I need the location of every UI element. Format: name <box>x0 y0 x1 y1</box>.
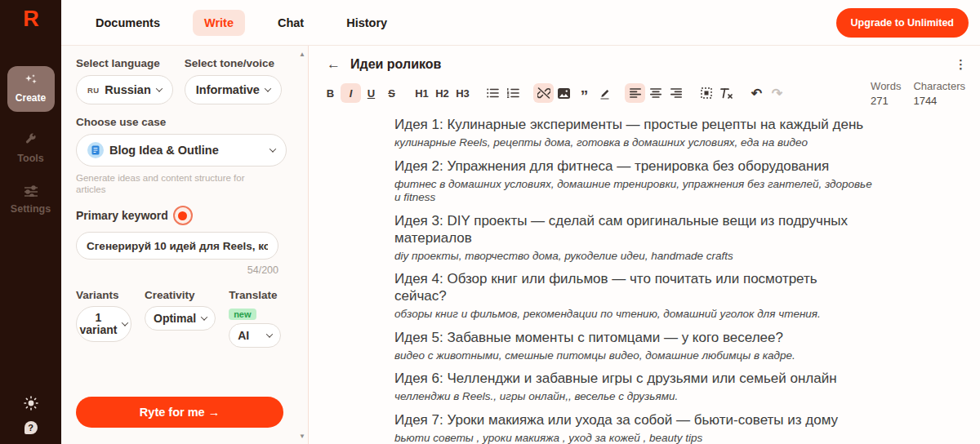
usecase-value: Blog Idea & Outline <box>109 144 219 157</box>
creativity-value: Optimal <box>154 312 196 325</box>
document-icon <box>87 142 104 158</box>
sidebar-item-label: Tools <box>17 153 43 164</box>
highlight-pen-button[interactable] <box>595 83 615 103</box>
sidebar-item-label: Settings <box>11 203 51 215</box>
translate-label: Translate <box>229 289 281 301</box>
keyword-char-counter: 54/200 <box>76 264 278 276</box>
italic-button[interactable]: I <box>341 83 361 103</box>
align-center-button[interactable] <box>645 83 666 103</box>
strikethrough-button[interactable]: S <box>381 83 402 103</box>
language-label: Select language <box>76 57 173 69</box>
redo-button[interactable]: ↷ <box>767 83 787 103</box>
clear-format-button[interactable] <box>716 83 737 103</box>
blockquote-button[interactable]: ” <box>574 87 595 106</box>
unlink-button[interactable] <box>533 83 554 103</box>
words-value: 271 <box>871 95 901 107</box>
tone-label: Select tone/voice <box>185 57 282 69</box>
select-all-button[interactable] <box>696 83 716 103</box>
idea-title: Идея 4: Обзор книг или фильмов — что поч… <box>394 270 873 304</box>
idea-keywords: bьюти советы , уроки макияжа , уход за к… <box>394 432 873 444</box>
variants-label: Variants <box>76 289 131 301</box>
idea-keywords: фитнес в домашних условиях, домашние тре… <box>394 178 873 205</box>
translate-select[interactable]: AI <box>229 323 281 348</box>
align-right-button[interactable] <box>666 83 686 103</box>
tab-chat[interactable]: Chat <box>268 10 314 36</box>
tone-select[interactable]: Informative <box>185 75 282 104</box>
panel-scroll-down[interactable]: ▼ <box>299 433 305 440</box>
chevron-down-icon <box>122 319 128 326</box>
new-badge: new <box>229 309 256 320</box>
tab-history[interactable]: History <box>336 10 397 36</box>
app-logo: R <box>23 7 38 32</box>
ryte-for-me-button[interactable]: Ryte for me → <box>76 397 283 428</box>
words-label: Words <box>871 80 901 92</box>
idea-title: Идея 5: Забавные моменты с питомцами — у… <box>394 329 873 346</box>
image-button[interactable] <box>554 83 574 103</box>
ordered-list-button[interactable] <box>503 83 523 103</box>
creativity-select[interactable]: Optimal <box>145 306 216 331</box>
language-select[interactable]: RU Russian <box>76 75 173 104</box>
tab-documents[interactable]: Documents <box>86 10 170 36</box>
usecase-select[interactable]: Blog Idea & Outline <box>76 134 287 166</box>
variants-select[interactable]: 1 variant <box>76 306 131 342</box>
back-arrow-icon[interactable]: ← <box>327 56 341 73</box>
document-title: Идеи роликов <box>350 57 441 72</box>
idea-title: Идея 3: DIY проекты — сделай сам оригина… <box>394 212 873 246</box>
chevron-down-icon <box>201 313 207 320</box>
undo-button[interactable]: ↶ <box>746 83 767 103</box>
idea-keywords: челленджи в Reels., игры онлайн,, весель… <box>394 390 873 404</box>
translate-value: AI <box>238 329 249 342</box>
idea-title: Идея 7: Уроки макияжа или ухода за собой… <box>394 411 873 428</box>
tab-write[interactable]: Write <box>193 10 245 36</box>
primary-keyword-input[interactable] <box>76 232 278 260</box>
theme-sun-icon[interactable] <box>24 396 38 414</box>
idea-keywords: diy проекты, творчество дома, рукоделие … <box>394 250 873 264</box>
language-code: RU <box>87 86 99 95</box>
left-rail: R Create Tools <box>0 0 61 444</box>
h2-button[interactable]: H2 <box>432 83 452 103</box>
wrench-icon <box>24 133 38 149</box>
editor-area: ← Идеи роликов ⋮ B I U S H1 H2 H3 <box>310 46 980 444</box>
h1-button[interactable]: H1 <box>412 83 432 103</box>
h3-button[interactable]: H3 <box>452 83 473 103</box>
idea-keywords: видео с животными, смешные питомцы видео… <box>394 349 873 363</box>
idea-keywords: кулинарные Reels, рецепты дома, готовка … <box>394 136 873 150</box>
align-left-button[interactable] <box>625 83 645 103</box>
language-value: Russian <box>105 83 150 96</box>
upgrade-button[interactable]: Upgrade to Unlimited <box>836 8 969 38</box>
generation-panel: ▲ ▼ Select language RU Russian Select to… <box>61 46 309 444</box>
document-content[interactable]: Идея 1: Кулинарные эксперименты — просты… <box>394 116 873 444</box>
idea-title: Идея 6: Челленджи и забавные игры с друз… <box>394 370 873 387</box>
chevron-down-icon <box>266 331 273 337</box>
idea-title: Идея 1: Кулинарные эксперименты — просты… <box>394 116 873 133</box>
sliders-icon <box>24 185 38 200</box>
bullet-list-button[interactable] <box>483 83 503 103</box>
word-character-counts: Words 271 Characters 1744 <box>871 80 965 107</box>
characters-label: Characters <box>913 80 965 92</box>
chevron-down-icon <box>156 85 163 91</box>
chevron-down-icon <box>270 145 276 152</box>
help-icon[interactable]: ? <box>24 421 38 434</box>
panel-scroll-up[interactable]: ▲ <box>299 51 305 58</box>
underline-button[interactable]: U <box>361 83 381 103</box>
idea-keywords: обзоры книг и фильмов, рекомендации по ч… <box>394 308 873 322</box>
record-dot-icon[interactable] <box>173 206 193 225</box>
keyword-label: Primary keyword <box>76 209 168 222</box>
top-navigation: Documents Write Chat History Upgrade to … <box>61 0 980 46</box>
sidebar-item-settings[interactable]: Settings <box>11 185 51 215</box>
sidebar-item-tools[interactable]: Tools <box>17 133 43 164</box>
characters-value: 1744 <box>913 95 965 107</box>
chevron-down-icon <box>265 85 271 91</box>
creativity-label: Creativity <box>145 289 216 301</box>
sidebar-item-create[interactable]: Create <box>7 66 55 112</box>
variants-value: 1 variant <box>80 312 118 336</box>
usecase-helper-text: Generate ideas and content structure for… <box>76 172 265 195</box>
bold-button[interactable]: B <box>320 83 341 103</box>
sparkles-icon <box>23 74 39 91</box>
sidebar-item-label: Create <box>16 92 46 104</box>
usecase-label: Choose use case <box>76 116 287 128</box>
tone-value: Informative <box>196 83 260 96</box>
kebab-menu-icon[interactable]: ⋮ <box>955 57 967 72</box>
idea-title: Идея 2: Упражнения для фитнеса — трениро… <box>394 158 873 175</box>
